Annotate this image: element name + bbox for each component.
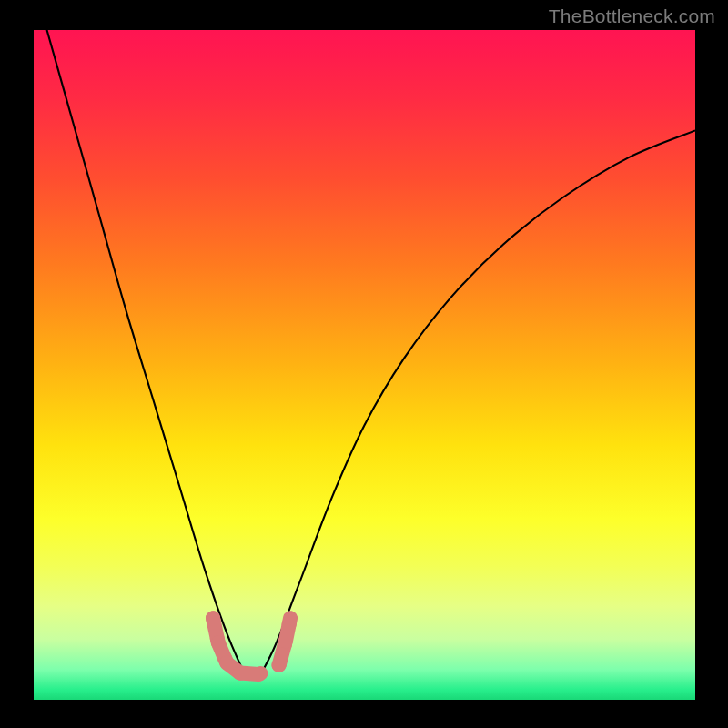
watermark-label: TheBottleneck.com: [549, 5, 715, 27]
bottleneck-chart: [0, 0, 728, 728]
plot-background: [34, 30, 695, 700]
chart-container: TheBottleneck.com: [0, 0, 728, 728]
